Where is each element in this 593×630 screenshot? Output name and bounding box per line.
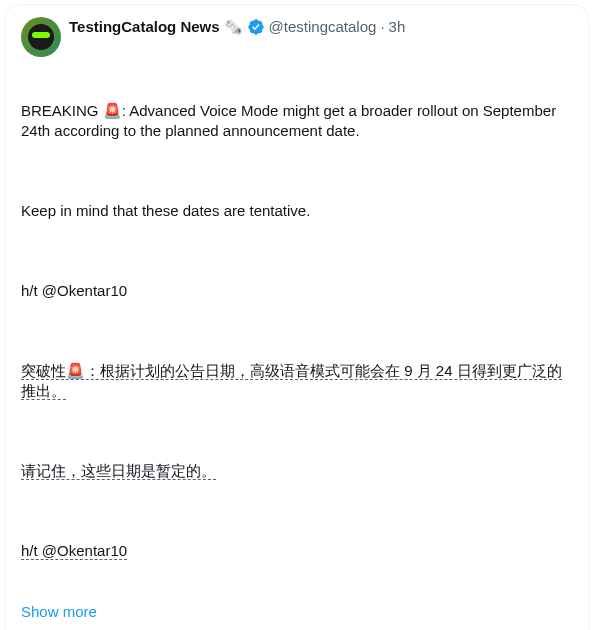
body-paragraph: h/t @Okentar10	[21, 281, 572, 301]
newspaper-icon: 🗞️	[224, 17, 243, 37]
tweet[interactable]: TestingCatalog News 🗞️ @testingcatalog ·…	[4, 4, 589, 630]
verified-badge-icon	[247, 18, 265, 36]
translated-text: h/t @Okentar10	[21, 542, 127, 560]
translated-text: 突破性🚨：根据计划的公告日期，高级语音模式可能会在 9 月 24 日得到更广泛的…	[21, 362, 562, 400]
show-more-link[interactable]: Show more	[21, 603, 97, 620]
separator: ·	[380, 17, 384, 37]
avatar[interactable]	[21, 17, 61, 57]
body-paragraph: BREAKING 🚨: Advanced Voice Mode might ge…	[21, 101, 572, 141]
timestamp[interactable]: 3h	[389, 17, 406, 37]
tweet-header: TestingCatalog News 🗞️ @testingcatalog ·…	[21, 17, 572, 57]
body-paragraph: Keep in mind that these dates are tentat…	[21, 201, 572, 221]
translated-text: 请记住，这些日期是暂定的。	[21, 462, 216, 480]
handle[interactable]: @testingcatalog	[269, 17, 377, 37]
display-name[interactable]: TestingCatalog News	[69, 17, 220, 37]
tweet-body: BREAKING 🚨: Advanced Voice Mode might ge…	[21, 61, 572, 601]
